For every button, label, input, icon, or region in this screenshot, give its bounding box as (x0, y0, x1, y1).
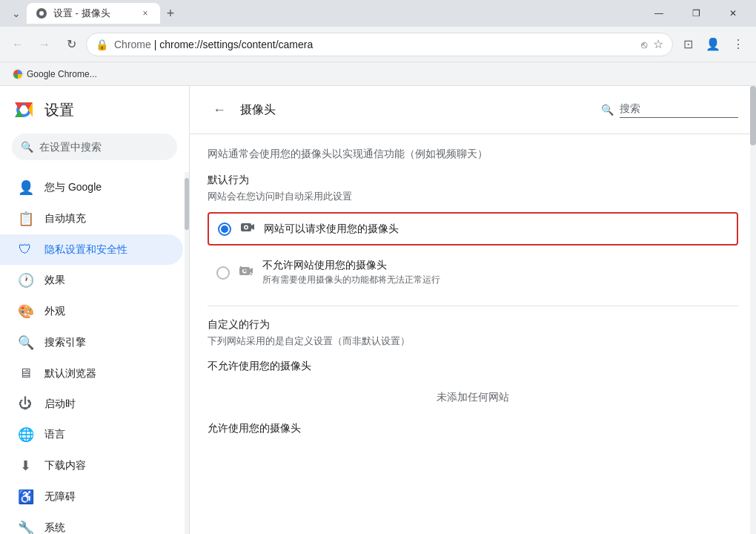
sidebar-item-language[interactable]: 🌐 语言 (0, 419, 183, 450)
sidebar-item-you-google[interactable]: 👤 您与 Google (0, 172, 183, 203)
allowed-label: 允许使用您的摄像头 (208, 422, 738, 435)
chrome-logo (12, 98, 36, 122)
new-tab-button[interactable]: + (160, 3, 181, 24)
url-chrome-part: Chrome (114, 39, 151, 50)
bookmark-icon[interactable]: ☆ (653, 37, 663, 51)
default-behavior-label: 默认行为 (208, 174, 738, 187)
option-block-row[interactable]: 不允许网站使用您的摄像头 所有需要使用摄像头的功能都将无法正常运行 (208, 251, 738, 294)
sidebar-label-accessibility: 无障碍 (44, 490, 76, 504)
default-behavior-sub: 网站会在您访问时自动采用此设置 (208, 190, 738, 203)
browser-toolbar: ← → ↻ 🔒 Chrome | chrome://settings/conte… (0, 27, 756, 62)
sidebar-label-downloads: 下载内容 (44, 459, 86, 472)
sidebar-label-default-browser: 默认浏览器 (44, 367, 96, 380)
settings-title: 设置 (44, 100, 74, 120)
sidebar-item-downloads[interactable]: ⬇ 下载内容 (0, 450, 183, 481)
tab-title: 设置 - 摄像头 (53, 7, 110, 20)
toolbar-actions: ⊡ 👤 ⋮ (676, 33, 750, 56)
default-browser-icon: 🖥 (18, 366, 33, 381)
panel-scroll-thumb[interactable] (750, 86, 756, 145)
svg-point-6 (20, 106, 27, 113)
appearance-icon: 🎨 (18, 303, 33, 320)
main-content: 设置 🔍 👤 您与 Google 📋 自动填充 🛡 隐私设置和安全性 🕐 效果 (0, 86, 756, 534)
sidebar-label-appearance: 外观 (44, 305, 65, 318)
camera-description: 网站通常会使用您的摄像头以实现通信功能（例如视频聊天） (208, 146, 738, 162)
sidebar-item-startup[interactable]: ⏻ 启动时 (0, 389, 183, 419)
blocked-label: 不允许使用您的摄像头 (208, 360, 738, 373)
sidebar-label-system: 系统 (44, 521, 65, 534)
panel-body: 网站通常会使用您的摄像头以实现通信功能（例如视频聊天） 默认行为 网站会在您访问… (190, 134, 756, 447)
sidebar-search-box[interactable]: 🔍 (12, 134, 177, 160)
sidebar-search-icon: 🔍 (21, 141, 33, 153)
back-button[interactable]: ← (6, 33, 30, 56)
search-engine-icon: 🔍 (18, 334, 33, 351)
sidebar-item-privacy[interactable]: 🛡 隐私设置和安全性 (0, 234, 183, 265)
sidebar-label-search-engine: 搜索引擎 (44, 336, 86, 349)
camera-allow-icon (240, 221, 255, 237)
bookmark-label: Google Chrome... (27, 69, 97, 79)
share-icon[interactable]: ⎋ (641, 39, 647, 50)
language-icon: 🌐 (18, 426, 33, 443)
tab-close-btn[interactable]: × (139, 7, 151, 19)
radio-block[interactable] (216, 266, 230, 280)
sidebar-label-startup: 启动时 (44, 398, 76, 411)
sidebar-label-effects: 效果 (44, 274, 65, 287)
option-allow-label: 网站可以请求使用您的摄像头 (264, 222, 399, 236)
panel-header: ← 摄像头 🔍 搜索 (190, 86, 756, 134)
titlebar: ⌄ 设置 - 摄像头 × + — ❐ ✕ (0, 0, 756, 27)
sidebar-search-input[interactable] (39, 141, 168, 153)
settings-header: 设置 (0, 86, 189, 128)
sidebar-item-accessibility[interactable]: ♿ 无障碍 (0, 481, 183, 512)
option-allow-row[interactable]: 网站可以请求使用您的摄像头 (208, 212, 738, 245)
sidebar-label-language: 语言 (44, 428, 65, 441)
sidebar-label-privacy: 隐私设置和安全性 (44, 243, 127, 257)
sidebar-item-default-browser[interactable]: 🖥 默认浏览器 (0, 358, 183, 389)
settings-sidebar: 设置 🔍 👤 您与 Google 📋 自动填充 🛡 隐私设置和安全性 🕐 效果 (0, 86, 190, 534)
option-block-label: 不允许网站使用您的摄像头 (262, 259, 440, 272)
downloads-icon: ⬇ (18, 458, 33, 474)
effects-icon: 🕐 (18, 272, 33, 289)
sidebar-item-search-engine[interactable]: 🔍 搜索引擎 (0, 327, 183, 358)
custom-behavior-sub: 下列网站采用的是自定义设置（而非默认设置） (208, 334, 738, 348)
svg-point-1 (39, 11, 44, 16)
url-path: chrome://settings/content/camera (159, 39, 313, 50)
sidebar-item-autofill[interactable]: 📋 自动填充 (0, 203, 183, 234)
sidebar-item-effects[interactable]: 🕐 效果 (0, 265, 183, 296)
window-controls: — ❐ ✕ (642, 0, 750, 27)
profile-button[interactable]: 👤 (701, 33, 725, 56)
panel-title-area: ← 摄像头 (208, 98, 276, 122)
you-google-icon: 👤 (18, 179, 33, 196)
panel-search-area[interactable]: 🔍 搜索 (601, 102, 738, 118)
tab-favicon (36, 7, 47, 19)
radio-allow[interactable] (218, 222, 231, 236)
active-tab[interactable]: 设置 - 摄像头 × (27, 3, 160, 24)
svg-marker-8 (251, 224, 254, 230)
sidebar-scroll-thumb[interactable] (185, 178, 189, 230)
tab-search-button[interactable]: ⊡ (676, 33, 700, 56)
reload-button[interactable]: ↻ (59, 33, 83, 56)
system-icon: 🔧 (18, 520, 33, 534)
sidebar-label-you-google: 您与 Google (44, 181, 102, 194)
restore-button[interactable]: ❐ (679, 0, 713, 27)
menu-button[interactable]: ⋮ (726, 33, 750, 56)
camera-icon-allow (240, 221, 255, 233)
lock-icon: 🔒 (96, 39, 108, 50)
startup-icon: ⏻ (18, 396, 33, 412)
forward-button[interactable]: → (33, 33, 56, 56)
settings-panel: ← 摄像头 🔍 搜索 网站通常会使用您的摄像头以实现通信功能（例如视频聊天） 默… (190, 86, 756, 534)
accessibility-icon: ♿ (18, 489, 33, 505)
close-button[interactable]: ✕ (716, 0, 750, 27)
panel-title: 摄像头 (240, 102, 276, 118)
sidebar-item-system[interactable]: 🔧 系统 (0, 512, 183, 534)
address-bar[interactable]: 🔒 Chrome | chrome://settings/content/cam… (86, 33, 673, 56)
panel-back-button[interactable]: ← (208, 98, 231, 122)
camera-block-icon (239, 265, 253, 280)
minimize-button[interactable]: — (642, 0, 676, 27)
bookmarks-bar-item[interactable]: Google Chrome... (6, 65, 103, 83)
section-divider (208, 306, 738, 306)
chevron-down-btn[interactable]: ⌄ (6, 3, 27, 24)
sidebar-item-appearance[interactable]: 🎨 外观 (0, 296, 183, 327)
address-url: Chrome | chrome://settings/content/camer… (114, 39, 313, 50)
sidebar-label-autofill: 自动填充 (44, 212, 86, 225)
custom-behavior-label: 自定义的行为 (208, 318, 738, 332)
panel-scrollbar-track (750, 86, 756, 534)
